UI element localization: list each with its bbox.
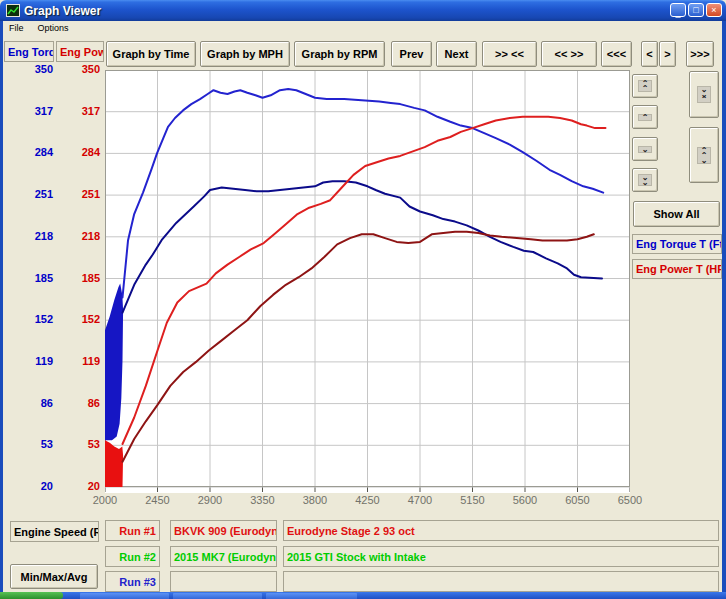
- power-axis-tick-label: 218: [56, 230, 100, 242]
- rpm-axis-tick-label: 5600: [505, 494, 545, 506]
- rpm-axis-tick-label: 4700: [400, 494, 440, 506]
- legend-power-label: Eng Power T (HP): [636, 263, 722, 275]
- next-button[interactable]: Next: [436, 41, 477, 67]
- close-button[interactable]: ×: [706, 3, 722, 17]
- graph-by-time-button[interactable]: Graph by Time: [106, 41, 196, 67]
- rpm-axis-tick-label: 4250: [348, 494, 388, 506]
- min-max-avg-label: Min/Max/Avg: [21, 571, 88, 583]
- chevron-double-down-icon: ⌄⌄: [638, 174, 653, 186]
- y-scroll-up-button[interactable]: ⌃: [632, 105, 658, 129]
- torque-axis-tick-label: 152: [3, 313, 53, 325]
- scroll-left-button[interactable]: <: [641, 41, 658, 67]
- run-1-description-field[interactable]: Eurodyne Stage 2 93 oct: [283, 520, 719, 541]
- min-max-avg-button[interactable]: Min/Max/Avg: [10, 564, 98, 589]
- y-scroll-up-fast-button[interactable]: ⌃⌃: [632, 74, 658, 98]
- x-axis-title-box: Engine Speed (RPM: [10, 521, 99, 542]
- expand-vertical-icon: ⌃⌃⌄: [697, 147, 712, 164]
- torque-axis-tick-label: 86: [3, 397, 53, 409]
- run-label-2: Run #2: [105, 546, 160, 567]
- torque-axis-tick-label: 53: [3, 438, 53, 450]
- power-axis-tick-label: 20: [56, 480, 100, 492]
- run-2-file-field[interactable]: 2015 MK7 (Eurodyne, E: [170, 546, 277, 567]
- scroll-far-left-button[interactable]: <<<: [601, 41, 632, 67]
- maximize-button[interactable]: □: [688, 3, 704, 17]
- torque-axis-tick-label: 119: [3, 355, 53, 367]
- rpm-axis-tick-label: 5150: [453, 494, 493, 506]
- torque-axis-header: Eng Torqu: [4, 41, 54, 62]
- minimize-button[interactable]: _: [670, 3, 686, 17]
- power-axis-header-label: Eng Powe: [60, 46, 104, 58]
- power-axis-tick-label: 251: [56, 188, 100, 200]
- power-axis-tick-label: 119: [56, 355, 100, 367]
- rpm-axis-tick-label: 3350: [243, 494, 283, 506]
- curve-run1-eng-power-hp-: [123, 117, 606, 444]
- title-bar[interactable]: Graph Viewer: [0, 0, 726, 21]
- y-zoom-out-button[interactable]: ⌃⌃⌄: [689, 127, 719, 183]
- power-axis-tick-label: 317: [56, 105, 100, 117]
- y-scroll-down-button[interactable]: ⌄: [632, 137, 658, 161]
- y-scroll-down-fast-button[interactable]: ⌄⌄: [632, 168, 658, 192]
- run-3-description-field[interactable]: [283, 571, 719, 592]
- power-axis-tick-label: 185: [56, 272, 100, 284]
- minimize-icon: _: [675, 9, 680, 18]
- power-startup-oscillation: [105, 440, 123, 487]
- run-3-file-field[interactable]: [170, 571, 277, 592]
- run-label-3: Run #3: [105, 571, 160, 592]
- legend-torque-label: Eng Torque T (Ft-L: [636, 238, 722, 250]
- zoom-in-x-button[interactable]: >> <<: [482, 41, 537, 67]
- menu-item-file[interactable]: File: [7, 23, 26, 33]
- prev-button[interactable]: Prev: [391, 41, 432, 67]
- rpm-axis-tick-label: 2900: [190, 494, 230, 506]
- maximize-icon: □: [693, 6, 698, 15]
- taskbar-button[interactable]: [173, 593, 262, 599]
- torque-axis-tick-label: 185: [3, 272, 53, 284]
- dyno-plot-area[interactable]: [105, 70, 630, 493]
- scroll-far-right-button[interactable]: >>>: [686, 41, 714, 67]
- legend-power-field: Eng Power T (HP): [632, 259, 722, 279]
- rpm-axis-tick-label: 6050: [558, 494, 598, 506]
- scroll-right-button[interactable]: >: [659, 41, 676, 67]
- power-axis-tick-label: 86: [56, 397, 100, 409]
- start-button[interactable]: [0, 592, 63, 599]
- chevron-down-icon: ⌄: [638, 146, 653, 153]
- menu-item-options[interactable]: Options: [36, 23, 71, 33]
- curve-run2-eng-torque-ft-lb-: [123, 181, 603, 312]
- torque-axis-header-label: Eng Torqu: [8, 46, 54, 58]
- torque-axis-tick-label: 350: [3, 63, 53, 75]
- show-all-label: Show All: [653, 208, 699, 220]
- curve-run1-eng-torque-ft-lb-: [123, 89, 604, 298]
- torque-axis-tick-label: 20: [3, 480, 53, 492]
- taskbar-button[interactable]: [80, 593, 169, 599]
- y-zoom-in-button[interactable]: ⌄⌄⌃: [689, 71, 719, 118]
- curve-run2-eng-power-hp-: [123, 232, 594, 462]
- power-axis-tick-label: 53: [56, 438, 100, 450]
- legend-torque-field: Eng Torque T (Ft-L: [632, 234, 722, 254]
- rpm-axis-tick-label: 2000: [85, 494, 125, 506]
- torque-axis-tick-label: 284: [3, 146, 53, 158]
- rpm-axis-tick-label: 2450: [138, 494, 178, 506]
- graph-viewer-window: Graph Viewer _ □ × FileOptions Eng Torqu…: [0, 0, 726, 592]
- app-chart-icon: [6, 4, 20, 17]
- run-1-file-field[interactable]: BKVK 909 (Eurodyne, I: [170, 520, 277, 541]
- taskbar-button[interactable]: [266, 593, 357, 599]
- zoom-out-x-button[interactable]: << >>: [541, 41, 597, 67]
- rpm-axis-tick-label: 6500: [610, 494, 650, 506]
- graph-by-mph-button[interactable]: Graph by MPH: [200, 41, 290, 67]
- window-title: Graph Viewer: [24, 4, 101, 18]
- collapse-vertical-icon: ⌄⌄⌃: [697, 86, 712, 103]
- run-2-description-field[interactable]: 2015 GTI Stock with Intake: [283, 546, 719, 567]
- taskbar[interactable]: [0, 592, 726, 599]
- show-all-button[interactable]: Show All: [633, 201, 720, 227]
- power-axis-tick-label: 350: [56, 63, 100, 75]
- chevron-double-up-icon: ⌃⌃: [638, 80, 653, 92]
- graph-by-rpm-button[interactable]: Graph by RPM: [294, 41, 385, 67]
- torque-startup-oscillation: [105, 284, 123, 441]
- close-icon: ×: [711, 6, 716, 15]
- window-border-right: [722, 21, 726, 592]
- torque-axis-tick-label: 251: [3, 188, 53, 200]
- chevron-up-icon: ⌃: [638, 114, 653, 121]
- x-axis-title: Engine Speed (RPM: [14, 526, 99, 538]
- rpm-axis-tick-label: 3800: [295, 494, 335, 506]
- power-axis-tick-label: 284: [56, 146, 100, 158]
- menu-bar: FileOptions: [3, 21, 722, 35]
